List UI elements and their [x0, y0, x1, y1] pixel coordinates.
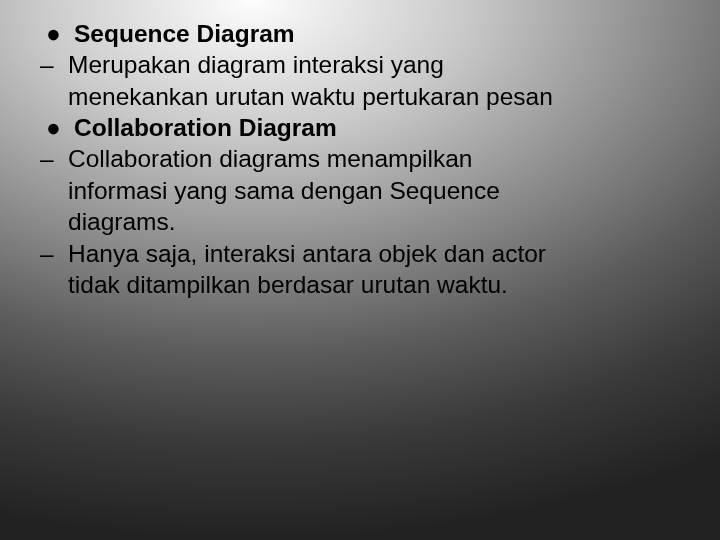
dash-marker: –: [40, 143, 68, 174]
dash-text-cont: menekankan urutan waktu pertukaran pesan: [68, 81, 680, 112]
dash-item-cont: diagrams.: [40, 206, 680, 237]
bullet-marker: ●: [40, 18, 74, 49]
bullet-marker: ●: [40, 112, 74, 143]
dash-item: – Merupakan diagram interaksi yang: [40, 49, 680, 80]
dash-item-cont: tidak ditampilkan berdasar urutan waktu.: [40, 269, 680, 300]
dash-text-cont: diagrams.: [68, 206, 680, 237]
dash-text-cont: tidak ditampilkan berdasar urutan waktu.: [68, 269, 680, 300]
bullet-text: Collaboration Diagram: [74, 112, 680, 143]
bullet-item: ● Collaboration Diagram: [40, 112, 680, 143]
dash-text: Collaboration diagrams menampilkan: [68, 143, 680, 174]
slide-content: ● Sequence Diagram – Merupakan diagram i…: [40, 18, 680, 300]
dash-item: – Hanya saja, interaksi antara objek dan…: [40, 238, 680, 269]
bullet-item: ● Sequence Diagram: [40, 18, 680, 49]
dash-text: Hanya saja, interaksi antara objek dan a…: [68, 238, 680, 269]
dash-item-cont: menekankan urutan waktu pertukaran pesan: [40, 81, 680, 112]
dash-text: Merupakan diagram interaksi yang: [68, 49, 680, 80]
dash-item-cont: informasi yang sama dengan Sequence: [40, 175, 680, 206]
dash-marker: –: [40, 49, 68, 80]
slide: ● Sequence Diagram – Merupakan diagram i…: [0, 0, 720, 540]
dash-marker: –: [40, 238, 68, 269]
bullet-text: Sequence Diagram: [74, 18, 680, 49]
dash-text-cont: informasi yang sama dengan Sequence: [68, 175, 680, 206]
dash-item: – Collaboration diagrams menampilkan: [40, 143, 680, 174]
